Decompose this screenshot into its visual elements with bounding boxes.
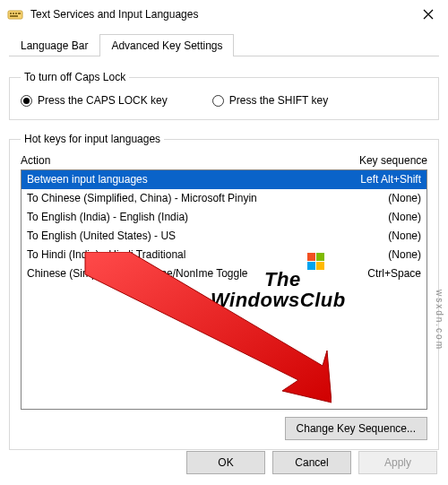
hotkeys-list[interactable]: Between input languages Left Alt+Shift T… [21,169,427,410]
list-seq: (None) [332,247,421,263]
list-action: To Chinese (Simplified, China) - Microso… [27,191,332,206]
caps-lock-legend: To turn off Caps Lock [21,71,129,83]
radio-label: Press the SHIFT key [229,94,328,107]
list-seq: Ctrl+Space [332,266,421,281]
keyboard-icon [7,6,23,22]
list-item[interactable]: Between input languages Left Alt+Shift [22,170,426,189]
apply-button[interactable]: Apply [358,451,437,474]
list-item[interactable]: Chinese (Simplified) IME - Ime/NonIme To… [22,264,426,283]
tab-label: Language Bar [21,39,88,52]
radio-press-caps-lock[interactable]: Press the CAPS LOCK key [21,94,168,107]
radio-press-shift[interactable]: Press the SHIFT key [212,94,328,107]
list-seq: (None) [332,229,421,244]
list-action: Between input languages [27,172,332,187]
ok-button[interactable]: OK [186,451,265,474]
titlebar: Text Services and Input Languages [0,0,448,29]
dialog-buttons: OK Cancel Apply [186,451,437,474]
svg-rect-1 [10,13,12,14]
caps-lock-group: To turn off Caps Lock Press the CAPS LOC… [9,71,439,120]
tab-panel: To turn off Caps Lock Press the CAPS LOC… [9,65,439,450]
cancel-button[interactable]: Cancel [272,451,351,474]
hotkeys-header: Action Key sequence [21,154,427,167]
window-title: Text Services and Input Languages [30,8,198,21]
radio-icon [21,95,32,107]
close-button[interactable] [408,0,448,29]
svg-rect-4 [18,13,21,14]
hotkeys-group: Hot keys for input languages Action Key … [9,133,439,450]
close-icon [423,9,434,20]
list-item[interactable]: To English (United States) - US (None) [22,227,426,246]
radio-label: Press the CAPS LOCK key [38,94,168,107]
hotkeys-legend: Hot keys for input languages [21,133,164,145]
change-key-sequence-button[interactable]: Change Key Sequence... [285,417,427,440]
watermark-side: wsxdn.com [435,290,444,351]
list-item[interactable]: To Chinese (Simplified, China) - Microso… [22,189,426,208]
svg-rect-3 [15,13,17,14]
tab-label: Advanced Key Settings [111,39,222,52]
column-key-sequence: Key sequence [320,154,427,167]
svg-rect-0 [8,11,22,19]
list-item[interactable]: To English (India) - English (India) (No… [22,208,426,227]
list-action: To Hindi (India) - Hindi Traditional [27,247,332,263]
radio-icon [212,95,224,107]
list-seq: (None) [332,191,421,206]
tab-advanced-key-settings[interactable]: Advanced Key Settings [99,34,234,56]
column-action: Action [21,154,320,167]
list-action: Chinese (Simplified) IME - Ime/NonIme To… [27,266,332,281]
list-seq: Left Alt+Shift [332,172,421,187]
list-action: To English (India) - English (India) [27,210,332,225]
list-seq: (None) [332,210,421,225]
list-action: To English (United States) - US [27,229,332,244]
svg-rect-2 [13,13,14,14]
list-item[interactable]: To Hindi (India) - Hindi Traditional (No… [22,246,426,264]
svg-rect-5 [10,15,18,17]
tab-language-bar[interactable]: Language Bar [9,34,99,56]
tab-strip: Language Bar Advanced Key Settings [9,29,439,56]
